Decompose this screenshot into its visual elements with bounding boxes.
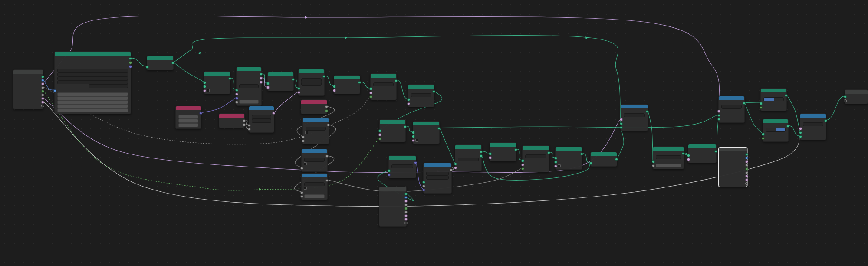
socket-out-unsigned-angle[interactable] — [243, 119, 245, 122]
node-max[interactable] — [301, 173, 328, 200]
dropdown-float[interactable] — [252, 115, 271, 119]
socket-out-string[interactable] — [745, 157, 748, 159]
socket-in-target[interactable] — [422, 181, 425, 184]
socket-out-resample-length[interactable] — [41, 86, 44, 89]
socket-out-output[interactable] — [646, 110, 648, 113]
slider-distance[interactable] — [656, 164, 681, 167]
socket-in-selection[interactable] — [297, 91, 300, 94]
node-header[interactable] — [249, 106, 274, 110]
socket-in-value[interactable] — [300, 191, 303, 194]
node-sw_mid[interactable] — [621, 104, 648, 131]
socket-out-mesh[interactable] — [260, 73, 262, 76]
socket-in-switch[interactable] — [717, 110, 720, 112]
slider-y[interactable] — [178, 119, 198, 123]
socket-in-geometry[interactable] — [589, 162, 592, 164]
node-header[interactable] — [591, 152, 617, 156]
node-delgeo[interactable] — [298, 69, 325, 96]
slider-character-spacing[interactable] — [57, 96, 128, 100]
socket-in-selection[interactable] — [687, 158, 690, 161]
socket-out-triangles-ngons[interactable] — [41, 101, 44, 103]
checkbox-fill-caps[interactable] — [207, 89, 210, 92]
socket-out-blank[interactable] — [745, 182, 748, 185]
node-gi_center[interactable] — [379, 187, 407, 227]
node-header[interactable] — [268, 72, 293, 76]
socket-out-string[interactable] — [404, 196, 407, 199]
node-split[interactable] — [267, 72, 294, 91]
node-vector[interactable] — [175, 106, 201, 129]
node-header[interactable] — [490, 143, 516, 147]
socket-in-switch[interactable] — [620, 118, 622, 121]
socket-out-geometry[interactable] — [41, 76, 44, 78]
socket-in-fill-caps[interactable] — [203, 89, 206, 92]
socket-out-curve[interactable] — [395, 79, 397, 82]
socket-in-value[interactable] — [302, 140, 304, 142]
socket-in-true[interactable] — [799, 135, 802, 138]
socket-out-blank[interactable] — [404, 222, 407, 224]
node-s2c[interactable] — [54, 51, 131, 114]
node-sst[interactable] — [408, 84, 434, 107]
node-header[interactable] — [13, 70, 43, 74]
node-div[interactable] — [302, 118, 329, 144]
dropdown-count[interactable] — [525, 154, 546, 158]
dropdown-count[interactable] — [373, 82, 394, 86]
node-edgeang[interactable] — [219, 113, 245, 128]
dropdown-points[interactable] — [391, 164, 413, 168]
socket-out-reduce-points[interactable] — [41, 97, 44, 100]
node-header[interactable] — [237, 67, 261, 71]
socket-in-selection[interactable] — [454, 167, 457, 169]
socket-in-value[interactable] — [302, 136, 304, 138]
socket-out-geometry[interactable] — [615, 158, 618, 161]
socket-out-curve[interactable] — [514, 148, 517, 151]
socket-out-blank[interactable] — [41, 105, 44, 107]
socket-in-false[interactable] — [620, 122, 622, 125]
dropdown-geometry[interactable] — [624, 113, 645, 117]
socket-out-length[interactable] — [325, 105, 328, 108]
socket-in-mesh[interactable] — [266, 82, 269, 85]
socket-in-offset-sc[interactable] — [235, 101, 238, 103]
socket-in-selection[interactable] — [266, 86, 269, 89]
socket-out-curve[interactable] — [358, 81, 361, 84]
socket-out-resolution[interactable] — [41, 90, 44, 92]
node-gout[interactable] — [845, 89, 868, 104]
socket-out-signed-angle[interactable] — [243, 123, 245, 126]
node-header[interactable] — [763, 119, 788, 123]
dropdown-all[interactable] — [656, 155, 681, 159]
socket-in-mesh[interactable] — [489, 152, 491, 155]
dropdown-maximum[interactable] — [304, 182, 325, 186]
node-header[interactable] — [301, 100, 327, 104]
socket-in-fill-caps[interactable] — [554, 165, 557, 167]
socket-out-curve[interactable] — [547, 151, 550, 154]
socket-in-attribute[interactable] — [422, 185, 425, 187]
socket-in-value[interactable] — [300, 167, 303, 170]
socket-out-split-angle-threshold[interactable] — [404, 211, 407, 213]
socket-in-b[interactable] — [248, 128, 250, 131]
dropdown-left[interactable] — [57, 76, 128, 80]
socket-in-curve[interactable] — [762, 133, 764, 135]
socket-out-resample-length[interactable] — [404, 204, 407, 206]
socket-out-mesh[interactable] — [228, 77, 231, 80]
dropdown-float[interactable] — [426, 172, 449, 176]
socket-out-value[interactable] — [327, 124, 329, 126]
node-header[interactable] — [556, 147, 582, 151]
socket-out-set-rectangle[interactable] — [404, 200, 407, 202]
node-header[interactable] — [761, 89, 786, 92]
socket-in-curve[interactable] — [554, 157, 557, 159]
socket-out-top[interactable] — [260, 77, 262, 79]
socket-out-value[interactable] — [326, 179, 328, 182]
socket-out-pivot-point[interactable] — [129, 65, 132, 68]
slider-z[interactable] — [178, 123, 198, 127]
checkbox-fill-caps[interactable] — [415, 139, 418, 142]
socket-in-geometry[interactable] — [146, 66, 148, 68]
node-header[interactable] — [219, 114, 244, 118]
socket-in-source-position[interactable] — [388, 174, 390, 176]
node-merge[interactable] — [653, 146, 684, 169]
toggle-option-triangles[interactable] — [764, 98, 774, 101]
node-sw2[interactable] — [800, 113, 826, 140]
node-gi_right[interactable] — [718, 147, 747, 187]
node-fill1[interactable] — [760, 88, 787, 111]
socket-out-value[interactable] — [326, 155, 328, 158]
socket-in-count[interactable] — [521, 167, 524, 170]
socket-out-side[interactable] — [260, 81, 262, 83]
socket-out-resolution[interactable] — [745, 167, 748, 170]
node-m2c1[interactable] — [334, 75, 360, 94]
